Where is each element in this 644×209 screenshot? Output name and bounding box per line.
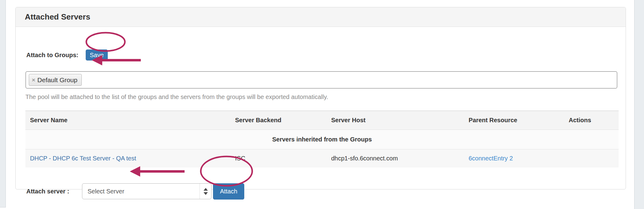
servers-table: Server Name Server Backend Server Host P… [25, 111, 619, 167]
attach-server-label: Attach server : [26, 188, 69, 195]
attach-to-groups-row: Attach to Groups: Save [26, 50, 108, 61]
inherited-group-row: Servers inherited from the Groups [25, 130, 619, 149]
chevron-up-icon [204, 188, 208, 191]
actions-cell [569, 149, 619, 167]
page-left-gutter [0, 0, 6, 207]
select-stepper-icon[interactable] [200, 184, 211, 199]
inherited-group-label: Servers inherited from the Groups [25, 130, 619, 149]
server-select-dropdown[interactable]: Select Server [82, 183, 212, 199]
parent-resource-link[interactable]: 6connectEntry 2 [469, 155, 513, 162]
column-header-actions: Actions [569, 111, 619, 130]
parent-resource-cell: 6connectEntry 2 [469, 149, 569, 167]
remove-tag-icon[interactable]: × [32, 77, 35, 83]
groups-help-text: The pool will be attached to the list of… [25, 94, 328, 101]
server-select-value: Select Server [88, 188, 124, 195]
panel-body: Attach to Groups: Save × Default Group T… [16, 27, 626, 189]
panel-header: Attached Servers [16, 7, 626, 27]
column-header-server-host: Server Host [331, 111, 469, 130]
group-tag-chip: × Default Group [29, 74, 82, 86]
column-header-parent-resource: Parent Resource [469, 111, 569, 130]
server-host-cell: dhcp1-sfo.6connect.com [331, 149, 469, 167]
page-right-gutter [634, 0, 644, 209]
group-tag-label: Default Group [37, 76, 77, 84]
attach-button[interactable]: Attach [213, 183, 244, 200]
attach-to-groups-label: Attach to Groups: [26, 52, 78, 59]
groups-tag-input[interactable]: × Default Group [25, 71, 617, 89]
chevron-down-icon [204, 192, 208, 195]
table-row: DHCP - DHCP 6c Test Server - QA test ISC… [25, 149, 619, 167]
server-name-link[interactable]: DHCP - DHCP 6c Test Server - QA test [30, 155, 136, 162]
save-button[interactable]: Save [86, 50, 108, 61]
panel-title: Attached Servers [25, 12, 90, 22]
attached-servers-panel: Attached Servers Attach to Groups: Save … [15, 7, 626, 189]
column-header-server-name: Server Name [25, 111, 235, 130]
table-header-row: Server Name Server Backend Server Host P… [25, 111, 619, 130]
server-backend-cell: ISC [235, 149, 331, 167]
server-name-cell: DHCP - DHCP 6c Test Server - QA test [25, 149, 235, 167]
column-header-server-backend: Server Backend [235, 111, 331, 130]
